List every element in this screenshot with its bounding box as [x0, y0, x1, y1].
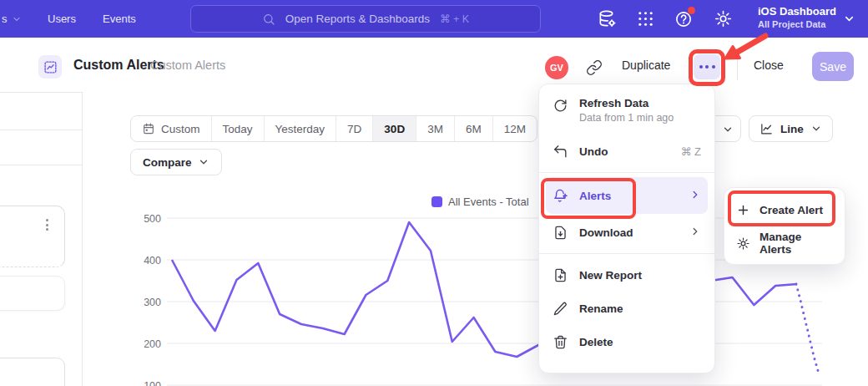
y-tick-label: 200: [144, 338, 161, 350]
range-6m[interactable]: 6M: [454, 116, 492, 141]
report-type-icon: [38, 55, 62, 79]
series-line-incomplete-dotted: [796, 284, 819, 373]
refresh-icon: [553, 98, 568, 114]
menu-item-label: Alerts: [579, 190, 611, 202]
chevron-down-icon: [722, 124, 734, 135]
search-icon: [262, 13, 275, 26]
y-tick-label: 300: [144, 297, 161, 308]
menu-item-label: Refresh Data: [579, 96, 674, 111]
chart-legend: All Events - Total: [431, 196, 529, 208]
submenu-chevron-right-icon: [689, 189, 701, 203]
menu-item-rename[interactable]: Rename: [539, 292, 714, 325]
menu-item-new-report[interactable]: New Report: [539, 258, 714, 292]
y-tick-label: 400: [144, 255, 161, 267]
menu-item-subtitle: Data from 1 min ago: [579, 111, 674, 125]
calendar-icon: [142, 122, 155, 135]
range-7d[interactable]: 7D: [336, 116, 372, 141]
ellipsis-icon: [699, 65, 703, 69]
menu-divider: [539, 172, 714, 173]
date-range-control: Custom Today Yesterday 7D 30D 3M 6M 12M: [130, 115, 537, 142]
plus-icon: [736, 203, 750, 217]
range-30d-selected[interactable]: 30D: [372, 116, 416, 141]
menu-item-label: New Report: [579, 269, 642, 282]
pencil-icon: [553, 301, 568, 317]
menu-item-label: Undo: [579, 145, 608, 158]
trash-icon: [553, 334, 568, 350]
chevron-down-icon: [12, 14, 22, 24]
global-search-input[interactable]: Open Reports & Dashboards ⌘ + K: [190, 5, 541, 33]
close-button[interactable]: Close: [754, 38, 784, 92]
range-3m[interactable]: 3M: [416, 116, 454, 141]
search-placeholder: Open Reports & Dashboards: [285, 13, 430, 25]
nav-item-users[interactable]: Users: [48, 0, 76, 38]
range-custom[interactable]: Custom: [131, 116, 211, 141]
y-tick-label: 100: [144, 380, 161, 386]
nav-item-overflow[interactable]: s: [2, 0, 22, 38]
sidebar-divider: [0, 130, 83, 130]
help-icon[interactable]: [674, 9, 694, 28]
query-builder-card[interactable]: [0, 358, 65, 386]
menu-item-label: Delete: [579, 336, 613, 348]
top-navigation-bar: s Users Events Open Reports & Dashboards…: [0, 0, 868, 38]
header-divider: [737, 55, 738, 80]
sidebar-border: [82, 92, 83, 386]
submenu-item-create-alert[interactable]: Create Alert: [724, 193, 845, 226]
chevron-down-icon: [810, 123, 822, 135]
card-kebab-menu-icon[interactable]: [46, 219, 48, 231]
app-screen: 500400300200100 All Events - Total s Use…: [0, 0, 868, 386]
legend-label: All Events - Total: [448, 196, 529, 208]
bell-plus-icon: [553, 188, 568, 204]
gear-icon: [736, 236, 750, 251]
save-button[interactable]: Save: [812, 52, 854, 81]
copy-link-icon[interactable]: [586, 59, 603, 76]
menu-item-label: Download: [579, 226, 633, 239]
submenu-item-label: Create Alert: [760, 204, 823, 216]
y-tick-label: 500: [144, 213, 161, 225]
alerts-submenu: Create Alert Manage Alerts: [724, 187, 845, 265]
report-header: Custom Alerts Custom Alerts GV Duplicate…: [0, 38, 868, 92]
project-switcher[interactable]: iOS Dashboard All Project Data: [758, 4, 836, 30]
project-chevron-down-icon[interactable]: [843, 13, 855, 25]
menu-item-download[interactable]: Download: [539, 216, 714, 249]
menu-item-undo[interactable]: Undo ⌘ Z: [539, 135, 714, 168]
submenu-chevron-right-icon: [689, 226, 701, 240]
project-name: iOS Dashboard: [758, 4, 836, 18]
range-yesterday[interactable]: Yesterday: [264, 116, 336, 141]
undo-icon: [553, 144, 568, 160]
query-builder-card[interactable]: [0, 206, 65, 267]
sidebar-divider: [0, 165, 83, 165]
range-today[interactable]: Today: [211, 116, 264, 141]
submenu-item-label: Manage Alerts: [760, 231, 833, 256]
notification-dot: [688, 7, 695, 14]
menu-item-refresh-data[interactable]: Refresh Data Data from 1 min ago: [539, 91, 714, 135]
data-management-icon[interactable]: [598, 9, 617, 28]
chart-type-button[interactable]: Line: [749, 115, 833, 142]
project-scope: All Project Data: [758, 18, 836, 30]
chevron-down-icon: [198, 156, 209, 168]
compare-button[interactable]: Compare: [130, 149, 222, 175]
menu-item-alerts[interactable]: Alerts: [546, 177, 708, 214]
sidebar-divider: [0, 92, 83, 93]
menu-divider: [539, 253, 714, 254]
more-options-menu: Refresh Data Data from 1 min ago Undo ⌘ …: [538, 84, 715, 373]
settings-gear-icon[interactable]: [714, 9, 733, 28]
menu-item-delete[interactable]: Delete: [539, 325, 714, 358]
nav-item-events[interactable]: Events: [103, 0, 136, 38]
undo-shortcut: ⌘ Z: [680, 145, 701, 158]
line-chart-icon: [760, 122, 774, 136]
avatar[interactable]: GV: [545, 56, 568, 79]
search-shortcut: ⌘ + K: [440, 13, 469, 25]
more-options-button[interactable]: [694, 54, 720, 79]
breadcrumb[interactable]: Custom Alerts: [150, 38, 225, 92]
menu-item-label: Rename: [579, 302, 623, 315]
legend-swatch: [431, 196, 442, 207]
query-builder-card[interactable]: [0, 276, 65, 311]
new-file-icon: [553, 267, 568, 283]
range-12m[interactable]: 12M: [492, 116, 537, 141]
submenu-item-manage-alerts[interactable]: Manage Alerts: [724, 226, 845, 260]
apps-grid-icon[interactable]: [636, 9, 655, 28]
download-file-icon: [553, 225, 568, 241]
